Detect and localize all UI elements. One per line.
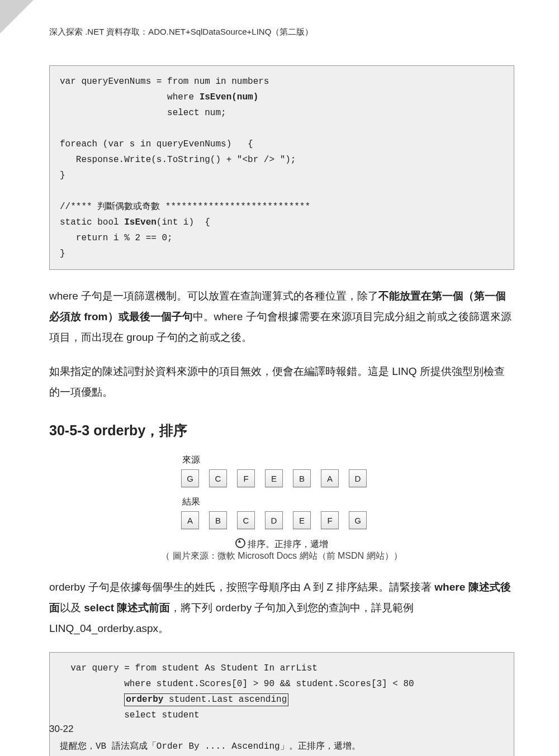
text-run: 以及 xyxy=(60,602,84,614)
code-line: select student xyxy=(60,710,200,720)
code-line: //**** 判斷偶數或奇數 *************************… xyxy=(60,202,310,212)
diagram-result-row: A B C D E F G xyxy=(181,511,382,529)
diagram-cell: F xyxy=(237,469,255,487)
diagram-cell: C xyxy=(209,469,227,487)
code-line xyxy=(60,695,124,705)
corner-decoration xyxy=(0,0,34,34)
diagram-cell: A xyxy=(181,511,199,529)
code-block-iseven: var queryEvenNums = from num in numbers … xyxy=(49,65,514,270)
diagram-cell: G xyxy=(349,511,367,529)
caption-text: 排序。正排序，遞增 xyxy=(248,539,328,549)
code-line: return i % 2 == 0; xyxy=(60,233,173,243)
text-run: where 子句是一項篩選機制。可以放置在查詢運算式的各種位置，除了 xyxy=(49,290,378,302)
code-line: } xyxy=(60,170,65,180)
code-line: select num; xyxy=(60,108,226,118)
text-bold: select 陳述式前面 xyxy=(84,602,170,614)
page-number: 30-22 xyxy=(49,724,73,735)
code-highlight-box: orderby student.Last ascending xyxy=(124,693,288,706)
diagram-cell: D xyxy=(349,469,367,487)
diagram-source-row: G C F E B A D xyxy=(181,469,382,487)
text-run: 如果指定的陳述詞對於資料來源中的項目無效，便會在編譯時報錯。這是 LINQ 所提… xyxy=(49,365,505,398)
diagram-cell: E xyxy=(293,511,311,529)
section-heading-orderby: 30-5-3 orderby，排序 xyxy=(49,421,514,440)
code-line: var queryEvenNums = from num in numbers xyxy=(60,77,269,87)
up-arrow-icon xyxy=(235,538,245,548)
code-bold: IsEven xyxy=(124,217,157,227)
diagram-caption-2: （ 圖片來源：微軟 Microsoft Docs 網站（前 MSDN 網站）） xyxy=(49,550,514,562)
code-line: (int i) { xyxy=(157,217,210,227)
diagram-cell: D xyxy=(265,511,283,529)
code-line: foreach (var s in queryEvenNums) { xyxy=(60,139,253,149)
paragraph-orderby-usage: orderby 子句是依據每個學生的姓氏，按照字母順序由 A 到 Z 排序結果。… xyxy=(49,577,514,639)
code-line: static bool xyxy=(60,217,124,227)
code-line: Response.Write(s.ToString() + "<br /> ")… xyxy=(60,155,296,165)
diagram-source-label: 來源 xyxy=(182,454,382,466)
paragraph-type-check: 如果指定的陳述詞對於資料來源中的項目無效，便會在編譯時報錯。這是 LINQ 所提… xyxy=(49,361,514,402)
code-line: where student.Scores[0] > 90 && student.… xyxy=(60,679,414,689)
diagram-cell: F xyxy=(321,511,339,529)
book-running-header: 深入探索 .NET 資料存取：ADO.NET+SqlDataSource+LIN… xyxy=(49,27,514,37)
code-line: } xyxy=(60,249,65,259)
text-run: orderby 子句是依據每個學生的姓氏，按照字母順序由 A 到 Z 排序結果。… xyxy=(49,581,434,593)
diagram-cell: C xyxy=(237,511,255,529)
code-line: var query = from student As Student In a… xyxy=(60,663,318,673)
code-bold: orderby xyxy=(126,695,163,705)
code-bold: IsEven(num) xyxy=(200,92,259,102)
diagram-result-label: 結果 xyxy=(182,496,382,508)
diagram-cell: B xyxy=(293,469,311,487)
diagram-cell: G xyxy=(181,469,199,487)
diagram-cell: A xyxy=(321,469,339,487)
diagram-cell: E xyxy=(265,469,283,487)
orderby-diagram: 來源 G C F E B A D 結果 A B C D E F G xyxy=(181,454,382,529)
paragraph-where-clause: where 子句是一項篩選機制。可以放置在查詢運算式的各種位置，除了不能放置在第… xyxy=(49,286,514,348)
diagram-cell: B xyxy=(209,511,227,529)
page: 深入探索 .NET 資料存取：ADO.NET+SqlDataSource+LIN… xyxy=(0,0,559,756)
code-line: where xyxy=(60,92,200,102)
code-block-orderby: var query = from student As Student In a… xyxy=(49,652,514,756)
code-line: 提醒您，VB 語法寫成「Order By .... Ascending」。正排序… xyxy=(60,741,361,752)
code-text: student.Last ascending xyxy=(163,695,287,705)
diagram-caption-1: 排序。正排序，遞增 xyxy=(49,538,514,550)
